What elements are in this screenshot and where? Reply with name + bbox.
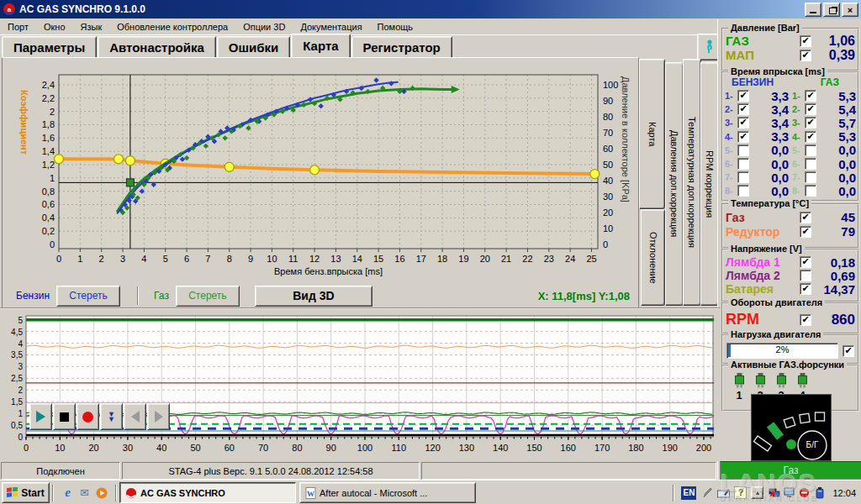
media-player-icon[interactable]: [95, 486, 108, 499]
fuel-checkbox[interactable]: [737, 158, 749, 170]
menu-item-Порт[interactable]: Порт: [0, 20, 36, 34]
voltage-checkbox[interactable]: ✔: [800, 283, 811, 295]
gas-checkbox[interactable]: ✔: [805, 103, 816, 115]
step-back-button[interactable]: [124, 403, 146, 430]
x-tick-label: 20: [480, 254, 490, 264]
pen-tool-icon[interactable]: [700, 486, 713, 499]
side-tab-deviation[interactable]: Отклонение: [641, 209, 665, 306]
map-chart[interactable]: 0123456789101112131415161718192021222324…: [8, 60, 637, 281]
internet-explorer-icon[interactable]: e: [61, 486, 74, 499]
tab-Ошибки[interactable]: Ошибки: [217, 36, 290, 57]
temperature-checkbox[interactable]: ✔: [800, 212, 811, 223]
voltage-value: 14,37: [811, 282, 855, 297]
gas-checkbox[interactable]: ✔: [805, 117, 816, 129]
tab-Параметры[interactable]: Параметры: [2, 36, 97, 57]
stop-button[interactable]: [53, 403, 76, 430]
language-indicator[interactable]: EN: [681, 486, 696, 500]
rec-y-tick-label: 3: [18, 362, 23, 371]
map-point-marker[interactable]: [125, 156, 135, 165]
gas-value: 0,0: [816, 143, 856, 157]
map-point-marker[interactable]: [590, 170, 600, 179]
map-point-marker[interactable]: [224, 162, 234, 171]
side-tab-map[interactable]: Карта: [639, 59, 665, 209]
tab-Карта[interactable]: Карта: [291, 34, 350, 57]
close-button[interactable]: ×: [842, 3, 858, 17]
voltage-checkbox[interactable]: [800, 270, 811, 281]
network-disabled-icon[interactable]: [768, 486, 780, 499]
fuel-checkbox[interactable]: ✔: [737, 117, 749, 129]
antivirus-icon[interactable]: [798, 486, 811, 499]
menu-item-Язык[interactable]: Язык: [73, 20, 110, 34]
gas-checkbox[interactable]: [805, 144, 816, 156]
fuel-checkbox[interactable]: [737, 185, 749, 197]
x-tick-label: 14: [352, 254, 362, 264]
fuel-checkbox[interactable]: ✔: [737, 90, 749, 102]
x-tick-label: 21: [501, 254, 511, 264]
gas-value: 0,0: [816, 157, 856, 171]
x-tick-label: 19: [458, 254, 468, 264]
gas-checkbox[interactable]: [805, 185, 816, 197]
fuel-checkbox[interactable]: [737, 144, 749, 156]
map-point-marker[interactable]: [310, 165, 320, 175]
gas-checkbox[interactable]: ✔: [805, 90, 816, 102]
play-button[interactable]: [29, 403, 52, 430]
rec-y-tick-label: 5: [18, 316, 23, 325]
fuel-value: 0,0: [749, 143, 789, 157]
pressure-row: МАП✔0,39: [726, 48, 855, 62]
record-button[interactable]: [77, 403, 99, 430]
rec-y-tick-label: 2,5: [11, 374, 23, 383]
x-tick-label: 6: [184, 254, 189, 264]
injector-number: 8-: [792, 186, 805, 196]
rec-x-tick-label: 120: [425, 443, 440, 453]
stop-icon: [60, 412, 69, 422]
tab-Автонастройка[interactable]: Автонастройка: [98, 36, 216, 57]
injector-number: 4-: [792, 132, 805, 142]
side-tab-rpm-correction[interactable]: RPM коррекция: [700, 62, 719, 306]
temperature-checkbox[interactable]: ✔: [800, 226, 811, 238]
gas-checkbox[interactable]: [805, 171, 816, 183]
task-label: After autocal - Microsoft ...: [320, 488, 427, 498]
gas-checkbox[interactable]: ✔: [805, 131, 816, 143]
menu-item-Документация[interactable]: Документация: [293, 20, 369, 34]
step-forward-button[interactable]: [147, 403, 170, 430]
fuel-checkbox[interactable]: ✔: [737, 131, 749, 143]
display-settings-icon[interactable]: [783, 486, 795, 499]
minimize-button[interactable]: [805, 3, 821, 17]
fuel-checkbox[interactable]: ✔: [737, 103, 749, 115]
map-point-marker[interactable]: [55, 155, 64, 164]
clear-petrol-button[interactable]: Стереть: [56, 286, 120, 307]
injector-number: 1-: [792, 91, 805, 101]
side-tab-temperature-correction[interactable]: Температурная доп.коррекция: [683, 59, 701, 306]
menu-item-Помощь[interactable]: Помощь: [370, 20, 421, 34]
rpm-checkbox[interactable]: ✔: [800, 314, 811, 326]
voltage-checkbox[interactable]: ✔: [800, 256, 811, 268]
crosshair-marker[interactable]: [126, 179, 134, 186]
view-3d-button[interactable]: Вид 3D: [255, 286, 372, 307]
tray-expand-icon[interactable]: ▴: [751, 486, 763, 499]
restore-button[interactable]: [823, 3, 840, 17]
pressure-checkbox[interactable]: ✔: [800, 35, 811, 47]
taskbar-task-ac[interactable]: AC GAS SYNCHRO: [119, 482, 296, 503]
outlook-express-icon[interactable]: ✉: [78, 486, 91, 499]
recorder-chart[interactable]: 00,511,522,533,544,550102030405060708090…: [2, 311, 719, 459]
menu-item-Опции 3D[interactable]: Опции 3D: [235, 20, 293, 34]
gas-checkbox[interactable]: [805, 158, 816, 170]
tab-Регистратор[interactable]: Регистратор: [351, 36, 452, 57]
menu-item-Окно[interactable]: Окно: [36, 20, 73, 34]
map-point-marker[interactable]: [114, 155, 123, 164]
rpm-group-title: Обороты двигателя: [728, 297, 825, 307]
menu-item-Обновление контроллера[interactable]: Обновление контроллера: [109, 20, 235, 34]
fuel-checkbox[interactable]: [737, 171, 749, 183]
keyboard-pen-icon[interactable]: [717, 486, 730, 499]
side-tab-pressure-correction[interactable]: Давления доп.коррекция: [665, 62, 684, 306]
rec-y-tick-label: 4: [18, 339, 23, 349]
taskbar-task-after[interactable]: WAfter autocal - Microsoft ...: [299, 482, 476, 503]
x-tick-label: 0: [56, 254, 61, 264]
clear-gas-button[interactable]: Стереть: [176, 286, 240, 307]
pressure-checkbox[interactable]: ✔: [800, 50, 811, 61]
battery-tray-icon[interactable]: [813, 486, 826, 499]
load-checkbox[interactable]: ✔: [843, 345, 854, 357]
start-button[interactable]: Start: [2, 482, 50, 503]
skip-down-button[interactable]: ▼▼: [100, 403, 123, 430]
help-tray-icon[interactable]: ?: [734, 486, 747, 499]
